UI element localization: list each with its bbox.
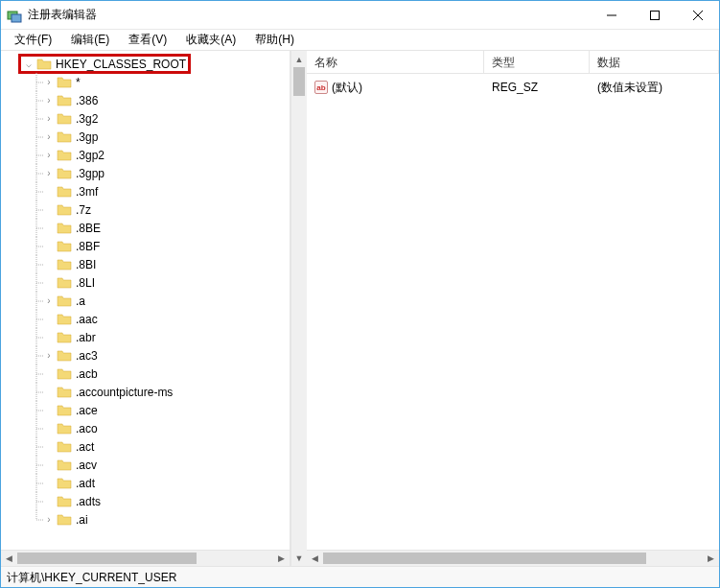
tree-item[interactable]: ›.ai: [1, 510, 290, 529]
toggle-placeholder: [43, 387, 55, 398]
tree-root-row[interactable]: ⌵HKEY_CLASSES_ROOT: [1, 55, 290, 73]
chevron-right-icon[interactable]: ›: [43, 131, 55, 143]
toggle-placeholder: [43, 459, 55, 471]
toggle-placeholder: [43, 332, 55, 343]
cell-name: ab(默认): [307, 80, 484, 96]
tree-item[interactable]: ›.3g2: [1, 109, 290, 128]
window-controls: [590, 1, 719, 29]
tree-item[interactable]: .8BE: [1, 219, 290, 237]
tree-item[interactable]: ›.3gp: [1, 128, 290, 146]
scroll-left-icon[interactable]: ◀: [307, 553, 323, 563]
content-area: ⌵HKEY_CLASSES_ROOT›*›.386›.3g2›.3gp›.3gp…: [1, 51, 719, 566]
tree-item-label: .3mf: [76, 185, 98, 199]
tree-item[interactable]: .adt: [1, 474, 290, 492]
scroll-right-icon[interactable]: ▶: [703, 553, 719, 563]
tree-item[interactable]: .8BI: [1, 255, 290, 273]
tree-item-label: .3gp: [76, 130, 98, 144]
chevron-right-icon[interactable]: ›: [43, 514, 55, 526]
tree-item-label: .act: [76, 440, 94, 454]
tree-item[interactable]: ›.3gp2: [1, 146, 290, 164]
chevron-right-icon[interactable]: ›: [43, 113, 55, 125]
toggle-placeholder: [43, 223, 55, 234]
toggle-placeholder: [43, 478, 55, 489]
tree-item-label: .8BI: [76, 258, 96, 271]
menu-help[interactable]: 帮助(H): [245, 30, 304, 50]
menu-file[interactable]: 文件(F): [5, 30, 61, 50]
toggle-placeholder: [43, 204, 55, 216]
toggle-placeholder: [43, 314, 55, 325]
tree-item-label: .aco: [76, 422, 98, 435]
maximize-button[interactable]: [633, 1, 676, 29]
tree-item[interactable]: .3mf: [1, 182, 290, 200]
minimize-button[interactable]: [590, 1, 633, 29]
cell-type: REG_SZ: [484, 81, 590, 94]
tree-item[interactable]: .ace: [1, 401, 290, 419]
toggle-placeholder: [43, 405, 55, 416]
tree-pane: ⌵HKEY_CLASSES_ROOT›*›.386›.3g2›.3gp›.3gp…: [1, 51, 290, 566]
tree-item[interactable]: ›.3gpp: [1, 164, 290, 182]
toggle-placeholder: [43, 441, 55, 453]
chevron-down-icon[interactable]: ⌵: [23, 59, 35, 70]
tree-item[interactable]: .8LI: [1, 273, 290, 292]
tree-item[interactable]: .7z: [1, 200, 290, 219]
tree-item-label: .3gpp: [76, 167, 105, 180]
toggle-placeholder: [43, 496, 55, 507]
chevron-right-icon[interactable]: ›: [43, 295, 55, 307]
menu-edit[interactable]: 编辑(E): [61, 30, 119, 50]
tree-item-label: .ac3: [76, 349, 98, 363]
tree-item-label: .8BE: [76, 222, 101, 235]
list-row[interactable]: ab(默认)REG_SZ(数值未设置): [307, 78, 719, 97]
menu-view[interactable]: 查看(V): [119, 30, 176, 50]
chevron-right-icon[interactable]: ›: [43, 168, 55, 179]
menu-favorites[interactable]: 收藏夹(A): [176, 30, 245, 50]
tree-item[interactable]: .8BF: [1, 237, 290, 255]
tree-vertical-scrollbar[interactable]: ▲ ▼: [290, 51, 307, 566]
tree-view[interactable]: ⌵HKEY_CLASSES_ROOT›*›.386›.3g2›.3gp›.3gp…: [1, 51, 290, 550]
tree-item[interactable]: .adts: [1, 492, 290, 510]
statusbar: 计算机\HKEY_CURRENT_USER: [1, 566, 719, 587]
chevron-right-icon[interactable]: ›: [43, 95, 55, 106]
scroll-left-icon[interactable]: ◀: [1, 553, 17, 563]
list-horizontal-scrollbar[interactable]: ◀ ▶: [307, 550, 719, 566]
tree-item-label: .386: [76, 94, 98, 107]
toggle-placeholder: [43, 241, 55, 252]
tree-item-label: .acb: [76, 367, 98, 381]
chevron-right-icon[interactable]: ›: [43, 77, 55, 88]
svg-rect-3: [650, 11, 659, 19]
toggle-placeholder: [43, 368, 55, 380]
tree-item[interactable]: ›.a: [1, 292, 290, 310]
registry-editor-window: 注册表编辑器 文件(F) 编辑(E) 查看(V) 收藏夹(A) 帮助(H) ⌵H…: [0, 0, 720, 588]
scroll-down-icon[interactable]: ▼: [291, 550, 307, 566]
svg-rect-1: [12, 14, 21, 22]
tree-item[interactable]: ›*: [1, 73, 290, 91]
tree-item[interactable]: ›.386: [1, 91, 290, 109]
column-data[interactable]: 数据: [590, 51, 719, 73]
scroll-right-icon[interactable]: ▶: [273, 553, 290, 563]
tree-item-label: .3g2: [76, 112, 98, 126]
tree-item-label: .aac: [76, 313, 98, 326]
tree-item[interactable]: .accountpicture-ms: [1, 383, 290, 401]
tree-item-label: .7z: [76, 203, 91, 217]
toggle-placeholder: [43, 423, 55, 435]
chevron-right-icon[interactable]: ›: [43, 350, 55, 362]
tree-item[interactable]: .abr: [1, 328, 290, 346]
app-icon: [7, 8, 22, 23]
tree-item[interactable]: .acv: [1, 456, 290, 474]
cell-data: (数值未设置): [590, 80, 719, 96]
scroll-up-icon[interactable]: ▲: [291, 51, 307, 67]
close-button[interactable]: [676, 1, 719, 29]
window-title: 注册表编辑器: [28, 7, 590, 23]
tree-horizontal-scrollbar[interactable]: ◀ ▶: [1, 550, 290, 566]
menubar: 文件(F) 编辑(E) 查看(V) 收藏夹(A) 帮助(H): [1, 30, 719, 51]
column-type[interactable]: 类型: [484, 51, 590, 73]
list-view[interactable]: ab(默认)REG_SZ(数值未设置): [307, 74, 719, 550]
tree-item-label: .8LI: [76, 276, 95, 290]
tree-item[interactable]: ›.ac3: [1, 346, 290, 365]
tree-item[interactable]: .aco: [1, 419, 290, 437]
tree-item[interactable]: .act: [1, 437, 290, 456]
toggle-placeholder: [43, 277, 55, 289]
chevron-right-icon[interactable]: ›: [43, 150, 55, 161]
tree-item[interactable]: .aac: [1, 310, 290, 328]
tree-item[interactable]: .acb: [1, 365, 290, 383]
column-name[interactable]: 名称: [307, 51, 484, 73]
